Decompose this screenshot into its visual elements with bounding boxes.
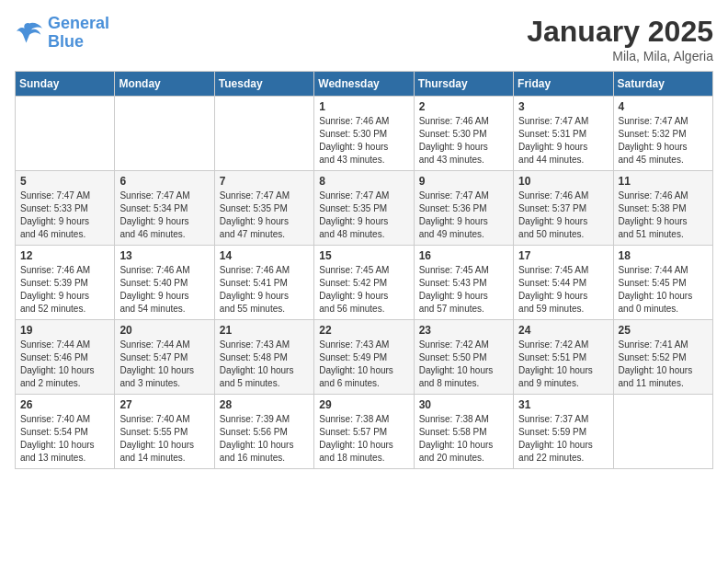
calendar-day-cell: 25Sunrise: 7:41 AM Sunset: 5:52 PM Dayli…: [613, 320, 712, 395]
day-number: 7: [220, 175, 309, 188]
day-header-saturday: Saturday: [613, 72, 712, 97]
day-number: 18: [619, 249, 708, 262]
day-info: Sunrise: 7:41 AM Sunset: 5:52 PM Dayligh…: [619, 339, 708, 390]
calendar-day-cell: 9Sunrise: 7:47 AM Sunset: 5:36 PM Daylig…: [414, 171, 513, 246]
day-number: 25: [619, 324, 708, 337]
day-info: Sunrise: 7:43 AM Sunset: 5:48 PM Dayligh…: [220, 339, 309, 390]
calendar-table: SundayMondayTuesdayWednesdayThursdayFrid…: [15, 71, 713, 469]
calendar-day-cell: 6Sunrise: 7:47 AM Sunset: 5:34 PM Daylig…: [115, 171, 214, 246]
day-header-friday: Friday: [514, 72, 613, 97]
calendar-day-cell: 24Sunrise: 7:42 AM Sunset: 5:51 PM Dayli…: [514, 320, 613, 395]
calendar-week-row: 19Sunrise: 7:44 AM Sunset: 5:46 PM Dayli…: [16, 320, 713, 395]
day-header-tuesday: Tuesday: [214, 72, 313, 97]
calendar-week-row: 5Sunrise: 7:47 AM Sunset: 5:33 PM Daylig…: [16, 171, 713, 246]
day-number: 5: [20, 175, 109, 188]
day-info: Sunrise: 7:47 AM Sunset: 5:35 PM Dayligh…: [220, 190, 309, 241]
calendar-day-cell: 27Sunrise: 7:40 AM Sunset: 5:55 PM Dayli…: [115, 395, 214, 469]
day-number: 10: [518, 175, 608, 188]
calendar-day-cell: 12Sunrise: 7:46 AM Sunset: 5:39 PM Dayli…: [16, 246, 115, 320]
calendar-day-cell: 26Sunrise: 7:40 AM Sunset: 5:54 PM Dayli…: [16, 395, 115, 469]
calendar-day-cell: 23Sunrise: 7:42 AM Sunset: 5:50 PM Dayli…: [414, 320, 513, 395]
day-number: 13: [119, 249, 209, 262]
calendar-day-cell: 30Sunrise: 7:38 AM Sunset: 5:58 PM Dayli…: [414, 395, 513, 469]
day-info: Sunrise: 7:46 AM Sunset: 5:40 PM Dayligh…: [119, 264, 209, 316]
calendar-day-cell: 22Sunrise: 7:43 AM Sunset: 5:49 PM Dayli…: [314, 320, 414, 395]
day-info: Sunrise: 7:47 AM Sunset: 5:31 PM Dayligh…: [518, 115, 608, 167]
logo: General Blue: [15, 15, 109, 52]
day-info: Sunrise: 7:42 AM Sunset: 5:51 PM Dayligh…: [518, 339, 608, 390]
calendar-day-cell: 29Sunrise: 7:38 AM Sunset: 5:57 PM Dayli…: [314, 395, 414, 469]
day-info: Sunrise: 7:38 AM Sunset: 5:58 PM Dayligh…: [419, 413, 508, 465]
day-number: 26: [20, 398, 109, 411]
calendar-week-row: 26Sunrise: 7:40 AM Sunset: 5:54 PM Dayli…: [16, 395, 713, 469]
day-info: Sunrise: 7:47 AM Sunset: 5:33 PM Dayligh…: [20, 190, 109, 241]
day-number: 2: [419, 100, 508, 113]
location-subtitle: Mila, Mila, Algeria: [527, 49, 713, 63]
title-block: January 2025 Mila, Mila, Algeria: [527, 15, 713, 63]
day-info: Sunrise: 7:45 AM Sunset: 5:43 PM Dayligh…: [419, 264, 508, 316]
day-number: 3: [518, 100, 608, 113]
calendar-day-cell: 21Sunrise: 7:43 AM Sunset: 5:48 PM Dayli…: [214, 320, 313, 395]
day-info: Sunrise: 7:47 AM Sunset: 5:34 PM Dayligh…: [119, 190, 209, 241]
calendar-day-cell: 15Sunrise: 7:45 AM Sunset: 5:42 PM Dayli…: [314, 246, 414, 320]
calendar-day-cell: 31Sunrise: 7:37 AM Sunset: 5:59 PM Dayli…: [514, 395, 613, 469]
day-header-thursday: Thursday: [414, 72, 513, 97]
empty-day-cell: [613, 395, 712, 469]
calendar-day-cell: 18Sunrise: 7:44 AM Sunset: 5:45 PM Dayli…: [613, 246, 712, 320]
calendar-day-cell: 5Sunrise: 7:47 AM Sunset: 5:33 PM Daylig…: [16, 171, 115, 246]
day-number: 24: [518, 324, 608, 337]
day-number: 27: [119, 398, 209, 411]
day-info: Sunrise: 7:43 AM Sunset: 5:49 PM Dayligh…: [319, 339, 408, 390]
day-info: Sunrise: 7:46 AM Sunset: 5:39 PM Dayligh…: [20, 264, 109, 316]
empty-day-cell: [214, 97, 313, 171]
day-info: Sunrise: 7:39 AM Sunset: 5:56 PM Dayligh…: [220, 413, 309, 465]
day-info: Sunrise: 7:46 AM Sunset: 5:41 PM Dayligh…: [220, 264, 309, 316]
day-number: 28: [220, 398, 309, 411]
day-info: Sunrise: 7:45 AM Sunset: 5:44 PM Dayligh…: [518, 264, 608, 316]
day-info: Sunrise: 7:46 AM Sunset: 5:30 PM Dayligh…: [419, 115, 508, 167]
empty-day-cell: [16, 97, 115, 171]
day-header-sunday: Sunday: [16, 72, 115, 97]
day-info: Sunrise: 7:40 AM Sunset: 5:55 PM Dayligh…: [119, 413, 209, 465]
day-info: Sunrise: 7:37 AM Sunset: 5:59 PM Dayligh…: [518, 413, 608, 465]
calendar-day-cell: 17Sunrise: 7:45 AM Sunset: 5:44 PM Dayli…: [514, 246, 613, 320]
day-info: Sunrise: 7:44 AM Sunset: 5:46 PM Dayligh…: [20, 339, 109, 390]
day-info: Sunrise: 7:46 AM Sunset: 5:38 PM Dayligh…: [619, 190, 708, 241]
day-number: 23: [419, 324, 508, 337]
calendar-week-row: 1Sunrise: 7:46 AM Sunset: 5:30 PM Daylig…: [16, 97, 713, 171]
day-number: 14: [220, 249, 309, 262]
day-info: Sunrise: 7:45 AM Sunset: 5:42 PM Dayligh…: [319, 264, 408, 316]
calendar-header-row: SundayMondayTuesdayWednesdayThursdayFrid…: [16, 72, 713, 97]
day-info: Sunrise: 7:40 AM Sunset: 5:54 PM Dayligh…: [20, 413, 109, 465]
day-info: Sunrise: 7:46 AM Sunset: 5:30 PM Dayligh…: [319, 115, 408, 167]
day-number: 19: [20, 324, 109, 337]
day-number: 22: [319, 324, 408, 337]
calendar-day-cell: 2Sunrise: 7:46 AM Sunset: 5:30 PM Daylig…: [414, 97, 513, 171]
calendar-day-cell: 11Sunrise: 7:46 AM Sunset: 5:38 PM Dayli…: [613, 171, 712, 246]
empty-day-cell: [115, 97, 214, 171]
calendar-week-row: 12Sunrise: 7:46 AM Sunset: 5:39 PM Dayli…: [16, 246, 713, 320]
day-number: 12: [20, 249, 109, 262]
day-info: Sunrise: 7:38 AM Sunset: 5:57 PM Dayligh…: [319, 413, 408, 465]
day-info: Sunrise: 7:44 AM Sunset: 5:45 PM Dayligh…: [619, 264, 708, 316]
calendar-day-cell: 1Sunrise: 7:46 AM Sunset: 5:30 PM Daylig…: [314, 97, 414, 171]
day-number: 8: [319, 175, 408, 188]
day-number: 16: [419, 249, 508, 262]
day-number: 1: [319, 100, 408, 113]
day-number: 21: [220, 324, 309, 337]
day-info: Sunrise: 7:47 AM Sunset: 5:35 PM Dayligh…: [319, 190, 408, 241]
day-info: Sunrise: 7:46 AM Sunset: 5:37 PM Dayligh…: [518, 190, 608, 241]
day-number: 17: [518, 249, 608, 262]
day-info: Sunrise: 7:47 AM Sunset: 5:36 PM Dayligh…: [419, 190, 508, 241]
day-number: 29: [319, 398, 408, 411]
calendar-day-cell: 19Sunrise: 7:44 AM Sunset: 5:46 PM Dayli…: [16, 320, 115, 395]
calendar-day-cell: 20Sunrise: 7:44 AM Sunset: 5:47 PM Dayli…: [115, 320, 214, 395]
calendar-day-cell: 28Sunrise: 7:39 AM Sunset: 5:56 PM Dayli…: [214, 395, 313, 469]
day-number: 20: [119, 324, 209, 337]
calendar-day-cell: 8Sunrise: 7:47 AM Sunset: 5:35 PM Daylig…: [314, 171, 414, 246]
calendar-day-cell: 4Sunrise: 7:47 AM Sunset: 5:32 PM Daylig…: [613, 97, 712, 171]
calendar-day-cell: 13Sunrise: 7:46 AM Sunset: 5:40 PM Dayli…: [115, 246, 214, 320]
day-info: Sunrise: 7:44 AM Sunset: 5:47 PM Dayligh…: [119, 339, 209, 390]
calendar-day-cell: 14Sunrise: 7:46 AM Sunset: 5:41 PM Dayli…: [214, 246, 313, 320]
day-number: 6: [119, 175, 209, 188]
